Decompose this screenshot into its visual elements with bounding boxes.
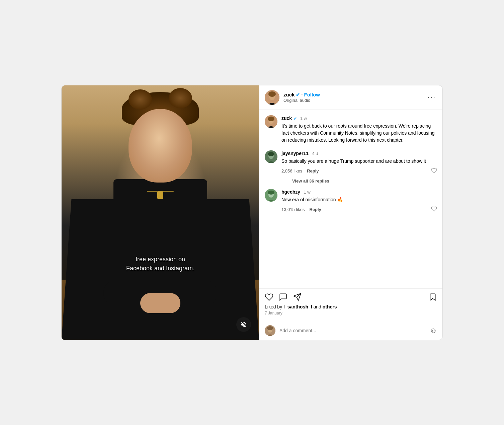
avatar-zuck-small [265, 115, 277, 128]
comment-body-jay: jaysnyper11 4 d So basically you are a h… [281, 150, 437, 174]
like-button[interactable] [265, 293, 273, 301]
comment-icon [279, 293, 287, 301]
post-actions: Liked by l_santhosh_l and others 7 Janua… [259, 288, 442, 321]
header-user-info: zuck ✔ · Follow Original audio [283, 92, 426, 103]
view-replies-jay[interactable]: View all 36 replies [281, 179, 437, 184]
header-username: zuck [283, 92, 295, 97]
post-likes-text: Liked by l_santhosh_l and others [265, 304, 437, 309]
header-avatar [265, 90, 279, 105]
header-verified-badge: ✔ [296, 92, 300, 97]
comment-header-jay: jaysnyper11 4 d [281, 150, 437, 156]
view-replies-text: View all 36 replies [292, 179, 329, 184]
video-shirt-top [113, 179, 207, 246]
comment-header-bgeebzy: bgeebzy 1 w [281, 189, 437, 195]
svg-point-5 [268, 117, 274, 121]
post-header: zuck ✔ · Follow Original audio ··· [259, 85, 442, 110]
video-hands [140, 293, 180, 313]
comment-jaysnyper11: jaysnyper11 4 d So basically you are a h… [265, 150, 437, 174]
liked-by-prefix: Liked by [265, 304, 283, 309]
bookmark-icon [428, 293, 437, 301]
post-date: 7 January [265, 311, 437, 315]
comment-text-bgeebzy: New era of misinformation 🔥 [281, 196, 437, 203]
comment-likes-bgeebzy: 13,015 likes [281, 207, 305, 212]
post-right-panel: zuck ✔ · Follow Original audio ··· [259, 85, 442, 340]
video-face [129, 109, 192, 183]
avatar-zuck-img [265, 90, 279, 105]
reply-button-bgeebzy[interactable]: Reply [309, 207, 321, 212]
mute-button[interactable] [236, 317, 251, 332]
like-icon [265, 293, 273, 301]
hair-left [129, 89, 152, 110]
header-username-row: zuck ✔ · Follow [283, 92, 426, 97]
comment-zuck-main: zuck ✔ 1 w It's time to get back to our … [265, 115, 437, 144]
comment-time-bgeebzy: 1 w [304, 190, 310, 195]
video-caption: free expression on Facebook and Instagra… [62, 255, 259, 273]
liked-by-suffix: and [312, 304, 323, 309]
comments-area: zuck ✔ 1 w It's time to get back to our … [259, 110, 442, 288]
comment-username-bgeebzy: bgeebzy [281, 189, 300, 195]
liked-by-user: l_santhosh_l [283, 304, 312, 309]
svg-point-16 [267, 326, 273, 330]
reply-button-jay[interactable]: Reply [307, 168, 319, 173]
heart-icon-jay [431, 167, 437, 173]
svg-point-11 [268, 191, 274, 195]
heart-button-jay[interactable] [431, 167, 437, 174]
svg-point-2 [268, 91, 276, 97]
header-subtitle: Original audio [283, 98, 426, 103]
comment-time-jay: 4 d [312, 151, 318, 156]
avatar-jay-img [265, 150, 277, 163]
comment-text-jay: So basically you are a huge Trump suppor… [281, 158, 437, 165]
commenter-avatar-img [265, 325, 275, 336]
video-panel: free expression on Facebook and Instagra… [62, 85, 259, 340]
comment-button[interactable] [279, 293, 287, 301]
share-button[interactable] [293, 293, 302, 301]
comment-bgeebzy: bgeebzy 1 w New era of misinformation 🔥 … [265, 189, 437, 213]
comment-text-zuck-main: It's time to get back to our roots aroun… [281, 123, 437, 144]
liked-by-others: others [323, 304, 337, 309]
comment-body-bgeebzy: bgeebzy 1 w New era of misinformation 🔥 … [281, 189, 437, 213]
comment-body-zuck-main: zuck ✔ 1 w It's time to get back to our … [281, 115, 437, 144]
post-container: free expression on Facebook and Instagra… [61, 85, 443, 340]
video-pendant [157, 192, 163, 199]
comment-header-zuck: zuck ✔ 1 w [281, 115, 437, 121]
comment-verified-zuck: ✔ [293, 116, 297, 121]
hair-right [169, 88, 192, 108]
heart-button-bgeebzy[interactable] [431, 206, 437, 213]
share-icon [293, 293, 302, 301]
follow-dot: · [301, 92, 303, 97]
svg-point-8 [268, 152, 274, 156]
heart-icon-bgeebzy [431, 206, 437, 212]
comment-avatar-zuck [265, 115, 277, 128]
mute-icon [240, 321, 247, 328]
add-comment-input[interactable] [279, 328, 426, 333]
avatar-bgeebzy-img [265, 189, 277, 202]
follow-button[interactable]: Follow [304, 92, 320, 97]
post-main: free expression on Facebook and Instagra… [62, 85, 442, 340]
comment-avatar-bgeebzy [265, 189, 277, 202]
comment-username-jay: jaysnyper11 [281, 151, 309, 156]
view-replies-line [281, 181, 289, 181]
add-comment-bar: ☺ [259, 321, 442, 340]
action-icons-row [265, 293, 437, 301]
emoji-button[interactable]: ☺ [430, 326, 437, 335]
comment-meta-jay: 2,056 likes Reply [281, 167, 437, 174]
comment-username-zuck: zuck [281, 116, 292, 121]
comment-time-zuck: 1 w [300, 116, 307, 121]
bookmark-button[interactable] [428, 293, 437, 301]
comment-meta-bgeebzy: 13,015 likes Reply [281, 206, 437, 213]
commenter-avatar [265, 325, 275, 336]
comment-likes-jay: 2,056 likes [281, 168, 302, 173]
comment-avatar-jay [265, 150, 277, 163]
more-options-button[interactable]: ··· [426, 93, 437, 102]
